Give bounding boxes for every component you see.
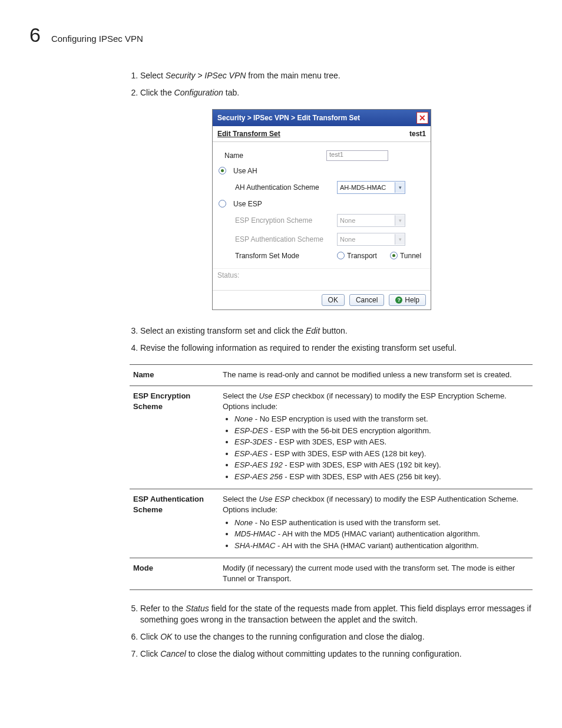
step-5: Refer to the Status field for the state …	[140, 603, 533, 625]
chevron-down-icon: ▾	[395, 234, 405, 245]
steps-list-a: Select Security > IPSec VPN from the mai…	[130, 70, 533, 98]
use-ah-label: Use AH	[233, 167, 257, 175]
help-icon: ?	[395, 297, 402, 304]
field-description-table: Name The name is read-only and cannot be…	[130, 364, 533, 591]
dialog-title: Security > IPSec VPN > Edit Transform Se…	[217, 114, 360, 122]
list-item: ESP-AES - ESP with 3DES, ESP with AES (1…	[234, 449, 529, 459]
dialog-status: Status:	[213, 268, 431, 290]
list-item: None - No ESP encryption is used with th…	[234, 414, 529, 424]
field-mode-header: Mode	[130, 558, 219, 590]
field-mode-desc: Modify (if necessary) the current mode u…	[219, 558, 533, 590]
page-header: 6 Configuring IPSec VPN	[29, 24, 533, 47]
field-esp-auth-desc: Select the Use ESP checkbox (if necessar…	[219, 489, 533, 558]
content-area: Select Security > IPSec VPN from the mai…	[130, 70, 533, 660]
name-input[interactable]: test1	[326, 150, 388, 161]
edit-transform-set-dialog: Security > IPSec VPN > Edit Transform Se…	[212, 109, 431, 310]
list-item: ESP-DES - ESP with the 56-bit DES encryp…	[234, 426, 529, 436]
close-icon[interactable]: ✕	[416, 112, 428, 124]
esp-enc-select: None ▾	[337, 214, 405, 227]
step-4: Revise the following information as requ…	[140, 342, 533, 354]
chevron-down-icon: ▾	[395, 182, 405, 193]
field-esp-enc-header: ESP Encryption Scheme	[130, 386, 219, 489]
table-row: Name The name is read-only and cannot be…	[130, 364, 533, 386]
use-ah-radio[interactable]	[219, 167, 226, 174]
list-item: MD5-HMAC - AH with the MD5 (HMAC variant…	[234, 529, 529, 539]
ah-auth-label: AH Authentication Scheme	[224, 183, 332, 192]
table-row: ESP Authentication Scheme Select the Use…	[130, 489, 533, 558]
table-row: ESP Encryption Scheme Select the Use ESP…	[130, 386, 533, 489]
field-name-header: Name	[130, 364, 219, 386]
dialog-subheader-right: test1	[409, 130, 426, 138]
list-item: SHA-HMAC - AH with the SHA (HMAC variant…	[234, 541, 529, 551]
chapter-title: Configuring IPSec VPN	[51, 34, 143, 44]
dialog-subheader-left: Edit Transform Set	[217, 130, 280, 138]
dialog-footer: OK Cancel ? Help	[213, 290, 431, 309]
tunnel-radio[interactable]	[390, 252, 398, 259]
list-item: ESP-3DES - ESP with 3DES, ESP with AES.	[234, 437, 529, 447]
tunnel-label: Tunnel	[400, 252, 421, 260]
dialog-body: Name test1 Use AH AH Authentication Sche…	[213, 142, 431, 268]
field-esp-enc-desc: Select the Use ESP checkbox (if necessar…	[219, 386, 533, 489]
list-item: ESP-AES 256 - ESP with 3DES, ESP with AE…	[234, 472, 529, 482]
field-esp-auth-header: ESP Authentication Scheme	[130, 489, 219, 558]
table-row: Mode Modify (if necessary) the current m…	[130, 558, 533, 590]
ok-button[interactable]: OK	[322, 294, 345, 306]
steps-list-c: Refer to the Status field for the state …	[130, 603, 533, 660]
help-button[interactable]: ? Help	[389, 294, 426, 306]
name-label: Name	[224, 151, 322, 160]
dialog-titlebar: Security > IPSec VPN > Edit Transform Se…	[213, 110, 431, 126]
list-item: ESP-AES 192 - ESP with 3DES, ESP with AE…	[234, 460, 529, 470]
esp-auth-select: None ▾	[337, 233, 405, 246]
step-2: Click the Configuration tab.	[140, 87, 533, 98]
transport-label: Transport	[347, 252, 377, 260]
chapter-number: 6	[29, 24, 41, 47]
transport-radio[interactable]	[337, 252, 345, 259]
step-7: Click Cancel to close the dialog without…	[140, 648, 533, 660]
cancel-button[interactable]: Cancel	[349, 294, 384, 306]
step-3: Select an existing transform set and cli…	[140, 325, 533, 337]
esp-enc-options: None - No ESP encryption is used with th…	[234, 414, 529, 482]
esp-auth-options: None - No ESP authentication is used wit…	[234, 518, 529, 551]
use-esp-label: Use ESP	[233, 200, 262, 208]
transform-set-mode-label: Transform Set Mode	[224, 252, 332, 260]
dialog-subheader: Edit Transform Set test1	[213, 126, 431, 142]
ah-auth-select[interactable]: AH-MD5-HMAC ▾	[337, 181, 405, 194]
esp-enc-label: ESP Encryption Scheme	[224, 216, 332, 225]
step-6: Click OK to use the changes to the runni…	[140, 631, 533, 643]
chevron-down-icon: ▾	[395, 215, 405, 226]
use-esp-radio[interactable]	[219, 200, 226, 207]
esp-auth-label: ESP Authentication Scheme	[224, 235, 332, 243]
field-name-desc: The name is read-only and cannot be modi…	[219, 364, 533, 386]
step-1: Select Security > IPSec VPN from the mai…	[140, 70, 533, 81]
steps-list-b: Select an existing transform set and cli…	[130, 325, 533, 354]
list-item: None - No ESP authentication is used wit…	[234, 518, 529, 528]
